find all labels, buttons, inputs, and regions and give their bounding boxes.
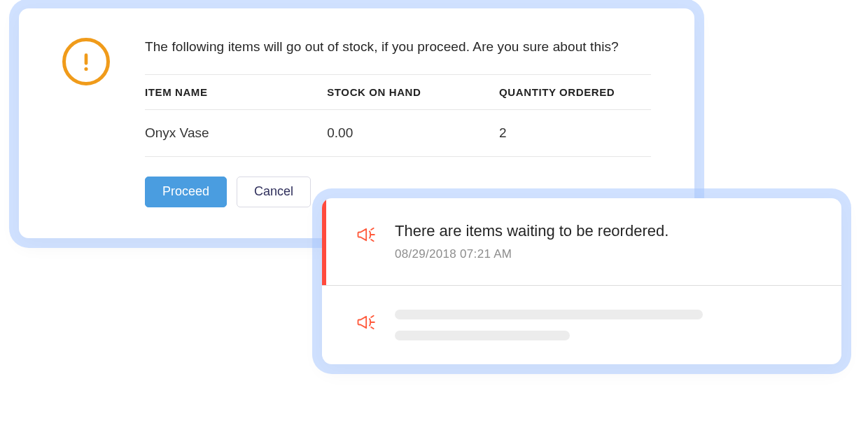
col-header-qty: Quantity Ordered — [499, 75, 651, 110]
notification-item-placeholder — [322, 286, 841, 364]
item-table: Item Name Stock on Hand Quantity Ordered… — [145, 74, 651, 157]
svg-point-1 — [84, 67, 88, 71]
svg-line-7 — [371, 327, 374, 329]
cancel-button[interactable]: Cancel — [237, 177, 311, 207]
notification-title: There are items waiting to be reordered. — [395, 222, 808, 240]
notification-item[interactable]: There are items waiting to be reordered.… — [322, 198, 841, 286]
cell-qty: 2 — [499, 110, 651, 157]
cell-stock: 0.00 — [327, 110, 499, 157]
svg-line-2 — [371, 228, 374, 230]
proceed-button[interactable]: Proceed — [145, 177, 227, 207]
svg-line-4 — [371, 240, 374, 241]
megaphone-icon — [356, 312, 375, 332]
dialog-message: The following items will go out of stock… — [145, 39, 651, 55]
notification-panel: There are items waiting to be reordered.… — [322, 198, 841, 364]
placeholder-line — [395, 331, 570, 340]
placeholder-line — [395, 310, 703, 319]
table-row: Onyx Vase 0.00 2 — [145, 110, 651, 157]
col-header-stock: Stock on Hand — [327, 75, 499, 110]
svg-rect-0 — [85, 53, 88, 64]
dialog-content: The following items will go out of stock… — [145, 39, 651, 207]
megaphone-icon — [356, 225, 375, 244]
svg-line-5 — [371, 316, 374, 317]
cell-item-name: Onyx Vase — [145, 110, 327, 157]
warning-icon — [62, 38, 110, 85]
col-header-item-name: Item Name — [145, 75, 327, 110]
notification-timestamp: 08/29/2018 07:21 AM — [395, 247, 808, 261]
